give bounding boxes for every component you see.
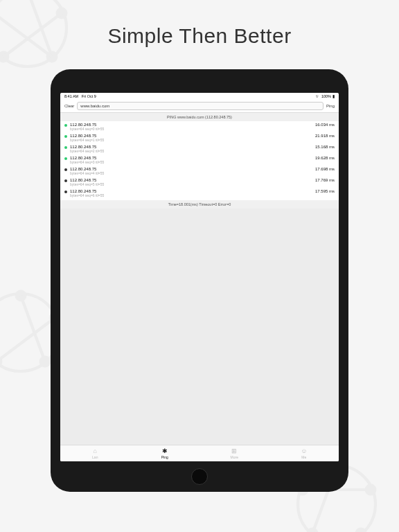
ping-result-row: 112.80.248.75bytes=64 seq=6 ttl=5517.595… [64,188,335,199]
result-time: 17.769 ms [315,178,335,182]
url-input[interactable] [77,102,323,110]
ping-header: PING www.baidu.com (112.80.248.75) [60,113,339,121]
result-detail: bytes=64 seq=2 ttl=55 [70,149,315,153]
status-date: Fri Oct 9 [82,94,96,98]
more-icon: ⊞ [231,448,237,454]
svg-point-21 [307,528,319,532]
svg-point-20 [355,528,367,532]
svg-point-19 [365,484,377,496]
status-dot-icon [64,168,67,171]
me-icon: ☺ [301,448,307,454]
empty-area [60,209,339,445]
ping-result-row: 112.80.248.75bytes=64 seq=3 ttl=5519.628… [64,154,335,166]
status-dot-icon [64,124,67,127]
tab-label: Lan [92,455,98,459]
ping-button[interactable]: Ping [326,104,335,108]
ping-icon: ✱ [162,448,168,454]
result-detail: bytes=64 seq=4 ttl=55 [70,171,315,175]
wifi-icon: ᯤ [316,94,320,98]
status-dot-icon [64,179,67,182]
tab-lan[interactable]: ⌂Lan [60,445,130,461]
status-dot-icon [64,157,67,160]
svg-point-3 [46,51,58,63]
status-time: 8:41 AM [64,94,78,98]
result-time: 19.628 ms [315,156,335,160]
status-dot-icon [64,135,67,138]
result-time: 17.698 ms [315,167,335,171]
result-detail: bytes=64 seq=0 ttl=55 [70,127,315,131]
tab-me[interactable]: ☺Me [269,445,339,461]
tab-ping[interactable]: ✱Ping [130,445,200,461]
ping-summary: Time=18.001(ms) Timeout=0 Error=0 [60,200,339,209]
svg-line-16 [0,318,55,362]
clear-button[interactable]: Clear [64,104,74,108]
svg-point-10 [15,290,27,301]
result-time: 16.034 ms [315,123,335,127]
status-bar: 8:41 AM Fri Oct 9 ᯤ 100% ▮ [60,93,339,100]
lan-icon: ⌂ [94,448,97,454]
tab-bar: ⌂Lan✱Ping⊞More☺Me [60,445,339,461]
result-detail: bytes=64 seq=1 ttl=55 [70,138,315,142]
result-detail: bytes=64 seq=5 ttl=55 [70,182,315,186]
battery-text: 100% [321,94,331,98]
svg-point-13 [0,356,2,368]
svg-point-2 [56,8,68,19]
tab-more[interactable]: ⊞More [200,445,269,461]
svg-point-4 [0,51,9,63]
ping-result-row: 112.80.248.75bytes=64 seq=5 ttl=5517.769… [64,177,335,188]
marketing-headline: Simple Then Better [0,24,399,48]
result-detail: bytes=64 seq=3 ttl=55 [70,160,315,164]
status-dot-icon [64,146,67,149]
tab-label: Ping [161,455,168,459]
tablet-frame: 8:41 AM Fri Oct 9 ᯤ 100% ▮ Clear Ping PI… [51,69,348,492]
result-time: 21.918 ms [315,134,335,138]
toolbar: Clear Ping [60,100,339,113]
ping-result-row: 112.80.248.75bytes=64 seq=4 ttl=5517.698… [64,166,335,177]
screen: 8:41 AM Fri Oct 9 ᯤ 100% ▮ Clear Ping PI… [60,93,339,461]
ping-result-row: 112.80.248.75bytes=64 seq=0 ttl=5516.034… [64,121,335,132]
tab-label: More [231,455,238,459]
svg-point-12 [39,356,51,368]
ping-result-row: 112.80.248.75bytes=64 seq=2 ttl=5515.168… [64,143,335,154]
ping-result-row: 112.80.248.75bytes=64 seq=1 ttl=5521.918… [64,132,335,143]
battery-icon: ▮ [332,94,335,98]
home-button[interactable] [191,468,208,485]
status-dot-icon [64,190,67,193]
svg-line-15 [21,296,45,362]
result-time: 15.168 ms [315,145,335,149]
result-detail: bytes=64 seq=6 ttl=55 [70,193,315,197]
results-list: 112.80.248.75bytes=64 seq=0 ttl=5516.034… [60,121,339,199]
result-time: 17.595 ms [315,189,335,193]
tab-label: Me [301,455,306,459]
